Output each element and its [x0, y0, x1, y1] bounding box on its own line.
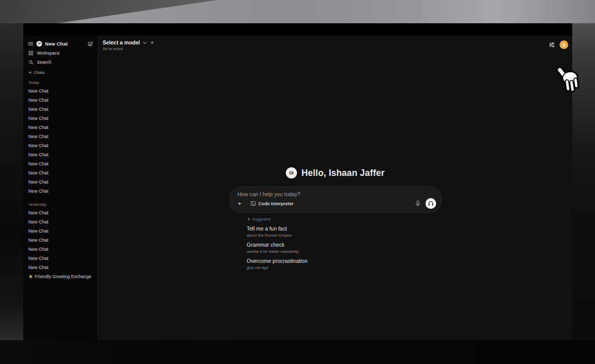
set-as-default-link[interactable]: Set as default — [103, 47, 154, 51]
headphones-icon — [428, 200, 434, 207]
chat-item[interactable]: New Chat — [27, 168, 94, 177]
suggested-prompts: Suggested Tell me a fun fact about the R… — [230, 216, 441, 270]
chat-item[interactable]: New Chat — [27, 86, 94, 96]
suggested-prompt-subtitle: about the Roman Empire — [247, 233, 441, 238]
wave-emoji-icon — [28, 275, 33, 279]
suggested-header: Suggested — [247, 216, 441, 221]
suggested-prompt-subtitle: give me tips — [247, 265, 441, 270]
voice-call-button[interactable] — [426, 198, 436, 209]
chat-item[interactable]: New Chat — [27, 141, 94, 150]
chat-group-label-today: Today — [27, 78, 94, 86]
sidebar-item-search[interactable]: Search — [27, 58, 94, 67]
model-selector: Select a model + Set as default — [103, 39, 154, 51]
workspace-label: Workspace — [37, 51, 60, 56]
sparkle-icon — [247, 217, 250, 221]
chevron-down-icon — [28, 71, 32, 74]
chats-label: Chats — [34, 70, 45, 75]
suggested-label: Suggested — [252, 217, 271, 221]
terminal-icon — [250, 201, 256, 206]
chevron-down-icon[interactable] — [143, 41, 147, 45]
add-model-button[interactable]: + — [151, 40, 154, 45]
suggested-prompt[interactable]: Tell me a fun fact about the Roman Empir… — [247, 225, 441, 238]
hand-cursor — [557, 65, 584, 94]
controls-sliders-icon[interactable] — [548, 41, 555, 48]
chat-item[interactable]: New Chat — [27, 263, 94, 272]
main-header: Select a model + Set as default — [98, 35, 572, 51]
suggested-prompt-subtitle: rewrite it for better readability — [247, 249, 441, 254]
sidebar-item-workspace[interactable]: Workspace — [27, 49, 94, 58]
open-webui-window: OI New Chat Workspace — [23, 23, 572, 340]
greeting-text: Hello, Ishaan Jaffer — [302, 168, 385, 178]
sidebar-title: New Chat — [45, 41, 68, 47]
chat-item[interactable]: New Chat — [27, 96, 94, 105]
suggested-prompt[interactable]: Overcome procrastination give me tips — [247, 258, 441, 270]
chats-section-header[interactable]: Chats — [27, 69, 94, 76]
chat-item-friendly-greeting[interactable]: Friendly Greeting Exchange — [27, 272, 94, 281]
sidebar-header: OI New Chat — [27, 38, 94, 49]
attach-plus-button[interactable]: + — [236, 200, 244, 207]
search-label: Search — [37, 60, 52, 65]
chat-item[interactable]: New Chat — [27, 245, 94, 254]
microphone-icon[interactable] — [415, 200, 421, 207]
main-area: Select a model + Set as default — [98, 35, 572, 340]
chat-item[interactable]: New Chat — [27, 150, 94, 159]
app-logo-icon: OI — [36, 41, 42, 47]
chat-item[interactable]: New Chat — [27, 217, 94, 226]
new-chat-icon[interactable] — [88, 41, 93, 47]
chat-item[interactable]: New Chat — [27, 114, 94, 123]
model-selector-button[interactable]: Select a model — [103, 39, 140, 46]
message-input[interactable] — [238, 190, 433, 198]
desktop: OI New Chat Workspace — [0, 0, 595, 364]
home-hero: OI Hello, Ishaan Jaffer + Code Interpret… — [230, 166, 441, 270]
chat-item[interactable]: New Chat — [27, 226, 94, 236]
header-actions — [548, 39, 568, 49]
chat-item[interactable]: New Chat — [27, 208, 94, 217]
chat-item[interactable]: New Chat — [27, 105, 94, 114]
code-interpreter-label: Code Interpreter — [259, 201, 294, 206]
greeting: OI Hello, Ishaan Jaffer — [230, 166, 441, 180]
chat-item[interactable]: New Chat — [27, 187, 94, 196]
desktop-wallpaper-bottom — [0, 340, 595, 364]
chat-item[interactable]: New Chat — [27, 236, 94, 245]
suggested-prompt-title: Overcome procrastination — [247, 258, 441, 264]
chat-group-label-yesterday: Yesterday — [27, 200, 94, 208]
suggested-prompt-title: Tell me a fun fact — [247, 225, 441, 232]
workspace-grid-icon — [28, 51, 33, 56]
chat-item[interactable]: New Chat — [27, 123, 94, 132]
sidebar-toggle-icon[interactable] — [28, 41, 33, 47]
user-avatar[interactable] — [560, 40, 568, 49]
suggested-prompt[interactable]: Grammar check rewrite it for better read… — [247, 242, 441, 254]
app-logo-icon: OI — [286, 167, 297, 178]
sidebar: OI New Chat Workspace — [23, 35, 98, 340]
chat-item[interactable]: New Chat — [27, 132, 94, 141]
chat-item[interactable]: New Chat — [27, 159, 94, 168]
search-icon — [28, 60, 33, 65]
chat-item[interactable]: New Chat — [27, 177, 94, 187]
suggested-prompt-title: Grammar check — [247, 242, 441, 248]
desktop-wallpaper-left — [0, 23, 23, 364]
composer-toolbar: + Code Interpreter — [236, 198, 436, 209]
chat-item-label: Friendly Greeting Exchange — [35, 274, 92, 279]
code-interpreter-toggle[interactable]: Code Interpreter — [250, 201, 294, 206]
message-composer[interactable]: + Code Interpreter — [230, 187, 441, 213]
chat-item[interactable]: New Chat — [27, 254, 94, 263]
window-top-strip — [23, 23, 572, 35]
